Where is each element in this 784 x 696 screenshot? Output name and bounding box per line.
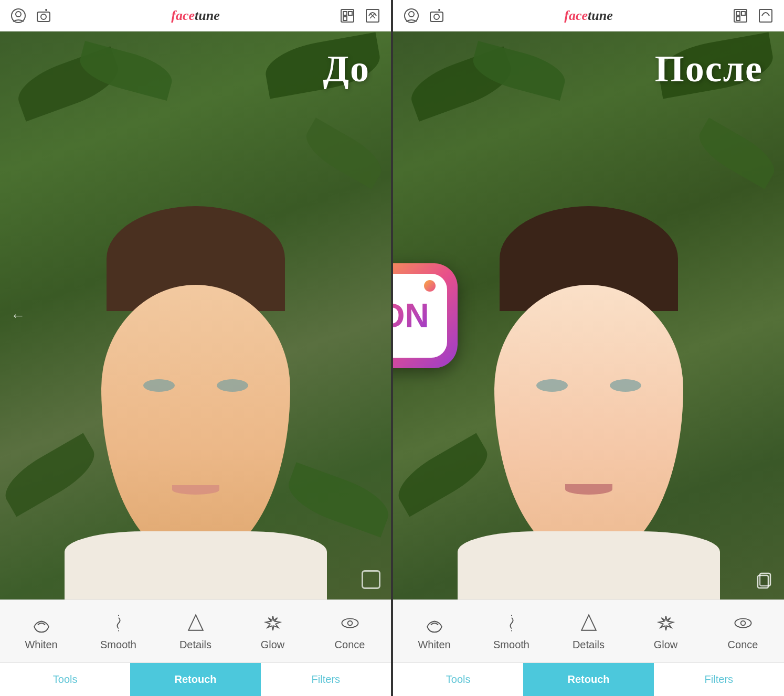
after-label: После bbox=[655, 47, 763, 91]
app-logo-left: facetune bbox=[188, 8, 204, 24]
whiten-label-right: Whiten bbox=[418, 639, 450, 651]
eye-right-2 bbox=[610, 379, 641, 392]
svg-point-11 bbox=[347, 621, 352, 626]
body-right bbox=[458, 531, 720, 599]
dn-dot bbox=[424, 280, 436, 292]
svg-rect-14 bbox=[430, 12, 443, 22]
tool-glow-right[interactable]: Glow bbox=[645, 612, 687, 651]
copy-icon-right[interactable] bbox=[755, 570, 774, 589]
mouth-left bbox=[172, 485, 219, 495]
tool-whiten-right[interactable]: Whiten bbox=[414, 612, 455, 651]
svg-point-3 bbox=[41, 14, 46, 19]
eye-left-1 bbox=[143, 379, 175, 392]
svg-rect-6 bbox=[343, 17, 347, 20]
svg-point-10 bbox=[342, 618, 358, 627]
whiten-icon-left bbox=[30, 612, 53, 635]
tab-filters-left[interactable]: Filters bbox=[261, 663, 391, 696]
whiten-icon-right bbox=[423, 612, 446, 635]
left-panel: facetune bbox=[0, 0, 391, 696]
tool-whiten-left[interactable]: Whiten bbox=[20, 612, 62, 651]
top-bar-left: facetune bbox=[0, 0, 391, 31]
before-photo: До ← bbox=[0, 31, 391, 599]
glow-icon-right bbox=[654, 612, 677, 635]
share-icon-left[interactable] bbox=[365, 8, 380, 24]
smooth-icon-right bbox=[500, 612, 523, 635]
tab-retouch-right[interactable]: Retouch bbox=[523, 663, 653, 696]
tools-bar-left: Whiten Smooth Details bbox=[0, 599, 391, 662]
tab-tools-right[interactable]: Tools bbox=[393, 663, 523, 696]
app-title-face-left: face bbox=[171, 8, 195, 23]
details-label-right: Details bbox=[573, 639, 605, 651]
svg-rect-2 bbox=[37, 12, 50, 22]
tool-details-right[interactable]: Details bbox=[568, 612, 610, 651]
gallery-icon-left[interactable] bbox=[340, 8, 355, 24]
conceal-label-right: Conce bbox=[728, 639, 758, 651]
glow-label-right: Glow bbox=[654, 639, 678, 651]
portrait-icon-right[interactable] bbox=[404, 8, 419, 24]
portrait-icon[interactable] bbox=[10, 8, 26, 24]
tool-conceal-right[interactable]: Conce bbox=[722, 612, 764, 651]
details-label-left: Details bbox=[179, 639, 211, 651]
tab-filters-right[interactable]: Filters bbox=[654, 663, 784, 696]
svg-point-0 bbox=[12, 9, 25, 23]
smooth-label-right: Smooth bbox=[493, 639, 529, 651]
dn-inner: DN bbox=[393, 274, 447, 358]
share-icon-right[interactable] bbox=[758, 8, 774, 24]
conceal-icon-left bbox=[338, 612, 362, 635]
svg-rect-17 bbox=[736, 12, 740, 15]
tab-retouch-left[interactable]: Retouch bbox=[130, 663, 260, 696]
bottom-tabs-left: Tools Retouch Filters bbox=[0, 662, 391, 696]
dn-text: DN bbox=[393, 296, 429, 335]
tool-glow-left[interactable]: Glow bbox=[252, 612, 294, 651]
compare-icon-left[interactable] bbox=[362, 570, 380, 589]
whiten-label-left: Whiten bbox=[25, 639, 57, 651]
details-icon-left bbox=[184, 612, 207, 635]
top-bar-right-icons-left bbox=[340, 8, 380, 24]
svg-point-24 bbox=[735, 618, 751, 627]
smooth-label-left: Smooth bbox=[100, 639, 136, 651]
tool-details-left[interactable]: Details bbox=[175, 612, 217, 651]
conceal-label-left: Conce bbox=[335, 639, 365, 651]
glow-label-left: Glow bbox=[261, 639, 285, 651]
right-panel: facetune bbox=[393, 0, 784, 696]
app-title-tune-right: tune bbox=[588, 8, 613, 23]
app-title-tune-left: tune bbox=[195, 8, 220, 23]
tool-conceal-left[interactable]: Conce bbox=[329, 612, 371, 651]
back-arrow-left[interactable]: ← bbox=[10, 307, 25, 324]
smooth-icon-left bbox=[107, 612, 130, 635]
top-bar-right: facetune bbox=[393, 0, 784, 31]
camera-plus-icon-right[interactable] bbox=[429, 8, 444, 24]
svg-rect-18 bbox=[736, 17, 740, 20]
svg-point-25 bbox=[740, 621, 745, 626]
svg-rect-22 bbox=[758, 575, 768, 588]
tools-bar-right: Whiten Smooth Details bbox=[393, 599, 784, 662]
top-bar-right-left-icons bbox=[404, 8, 444, 24]
mouth-right bbox=[565, 484, 612, 495]
body-left bbox=[65, 531, 327, 599]
camera-plus-icon[interactable] bbox=[36, 8, 51, 24]
tool-smooth-right[interactable]: Smooth bbox=[491, 612, 533, 651]
svg-rect-19 bbox=[741, 12, 745, 15]
dn-icon: DN bbox=[393, 263, 458, 368]
before-label: До bbox=[323, 47, 370, 91]
dn-watermark: DN bbox=[393, 263, 458, 368]
svg-point-13 bbox=[409, 12, 414, 17]
after-photo: После ← DN bbox=[393, 31, 784, 599]
svg-rect-20 bbox=[759, 9, 772, 22]
svg-rect-7 bbox=[348, 12, 352, 15]
tab-tools-left[interactable]: Tools bbox=[0, 663, 130, 696]
top-bar-right-right-icons bbox=[733, 8, 774, 24]
app-title-face-right: face bbox=[564, 8, 588, 23]
svg-point-12 bbox=[405, 9, 418, 23]
bottom-tabs-right: Tools Retouch Filters bbox=[393, 662, 784, 696]
top-bar-left-icons bbox=[10, 8, 51, 24]
details-icon-right bbox=[577, 612, 600, 635]
eye-right-1 bbox=[217, 379, 248, 392]
app-logo-right: facetune bbox=[581, 8, 597, 24]
svg-marker-9 bbox=[188, 615, 203, 630]
tool-smooth-left[interactable]: Smooth bbox=[98, 612, 140, 651]
svg-marker-23 bbox=[581, 615, 596, 630]
gallery-icon-right[interactable] bbox=[733, 8, 748, 24]
eye-left-2 bbox=[536, 379, 568, 392]
svg-point-1 bbox=[16, 12, 21, 17]
